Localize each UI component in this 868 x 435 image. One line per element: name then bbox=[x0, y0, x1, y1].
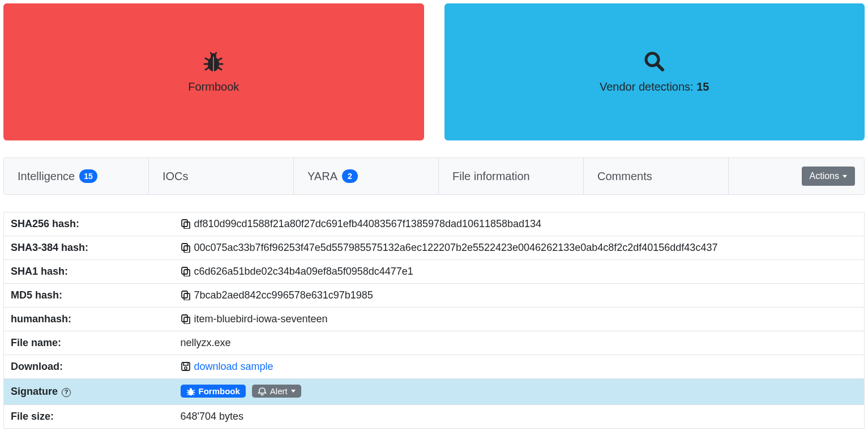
actions-cell: Actions bbox=[729, 158, 864, 194]
help-icon[interactable]: ? bbox=[62, 388, 71, 397]
copy-icon[interactable] bbox=[181, 266, 191, 276]
caret-down-icon bbox=[843, 175, 847, 178]
alert-button[interactable]: Alert bbox=[252, 385, 301, 398]
row-sha256: SHA256 hash: df810d99cd1588f21a80f27dc69… bbox=[4, 212, 865, 236]
row-download: Download: download sample bbox=[4, 355, 865, 379]
sha3-384-value: 00c075ac33b7f6f96253f47e5d557985575132a6… bbox=[194, 242, 718, 253]
tab-label: File information bbox=[452, 170, 530, 183]
row-filesize: File size: 648'704 bytes bbox=[4, 404, 865, 428]
tab-label: Comments bbox=[597, 170, 652, 183]
tab-iocs[interactable]: IOCs bbox=[149, 158, 294, 194]
copy-icon[interactable] bbox=[181, 242, 191, 253]
malware-name: Formbook bbox=[188, 80, 239, 93]
row-sha3-384: SHA3-384 hash: 00c075ac33b7f6f96253f47e5… bbox=[4, 236, 865, 260]
bug-icon bbox=[201, 50, 226, 76]
download-sample-link[interactable]: download sample bbox=[194, 361, 273, 372]
copy-icon[interactable] bbox=[181, 290, 191, 300]
actions-button[interactable]: Actions bbox=[802, 167, 855, 186]
tab-label: YARA bbox=[307, 170, 337, 183]
signature-badge[interactable]: Formbook bbox=[181, 385, 246, 398]
filesize-value: 648'704 bytes bbox=[174, 404, 865, 428]
bell-icon bbox=[258, 387, 267, 396]
tab-comments[interactable]: Comments bbox=[584, 158, 729, 194]
malware-card: Formbook bbox=[3, 3, 424, 140]
row-filename: File name: nellyzx.exe bbox=[4, 331, 865, 355]
row-humanhash: humanhash: item-bluebird-iowa-seventeen bbox=[4, 308, 865, 331]
tab-intelligence[interactable]: Intelligence 15 bbox=[4, 158, 149, 194]
search-icon bbox=[643, 50, 666, 76]
row-signature: Signature ? Formbook Alert bbox=[4, 379, 865, 405]
tab-label: Intelligence bbox=[18, 170, 75, 183]
bug-icon bbox=[186, 387, 195, 396]
save-icon bbox=[181, 361, 191, 372]
caret-down-icon bbox=[291, 390, 296, 393]
md5-value: 7bcab2aed842cc996578e631c97b1985 bbox=[194, 289, 373, 301]
humanhash-value: item-bluebird-iowa-seventeen bbox=[194, 313, 328, 325]
copy-icon[interactable] bbox=[181, 314, 191, 324]
file-info-table: SHA256 hash: df810d99cd1588f21a80f27dc69… bbox=[3, 212, 865, 429]
tabs: Intelligence 15 IOCs YARA 2 File informa… bbox=[3, 157, 865, 195]
sha256-value: df810d99cd1588f21a80f27dc691efb44083567f… bbox=[194, 218, 542, 229]
copy-icon[interactable] bbox=[181, 219, 191, 229]
tab-file-information[interactable]: File information bbox=[439, 158, 584, 194]
row-sha1: SHA1 hash: c6d626a51bde02c34b4a09ef8a5f0… bbox=[4, 260, 865, 284]
detections-text: Vendor detections: 15 bbox=[600, 80, 709, 93]
filename-value: nellyzx.exe bbox=[174, 331, 865, 355]
sha1-value: c6d626a51bde02c34b4a09ef8a5f0958dc4477e1 bbox=[194, 266, 413, 277]
tab-yara[interactable]: YARA 2 bbox=[294, 158, 439, 194]
row-md5: MD5 hash: 7bcab2aed842cc996578e631c97b19… bbox=[4, 284, 865, 308]
detections-card: Vendor detections: 15 bbox=[444, 3, 865, 140]
tab-badge: 2 bbox=[342, 169, 358, 183]
tab-label: IOCs bbox=[163, 170, 189, 183]
tab-badge: 15 bbox=[79, 169, 97, 183]
